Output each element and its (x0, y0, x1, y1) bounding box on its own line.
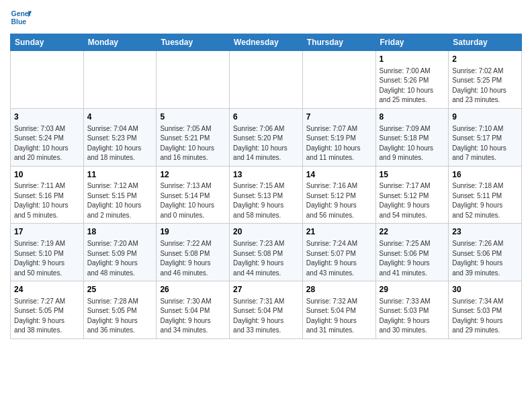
day-number: 18 (87, 226, 153, 238)
day-number: 22 (380, 226, 445, 238)
day-number: 30 (452, 284, 518, 295)
day-info: Sunrise: 7:18 AM Sunset: 5:11 PM Dayligh… (452, 181, 518, 220)
day-number: 21 (306, 226, 372, 238)
day-number: 17 (14, 226, 80, 238)
calendar-cell: 16Sunrise: 7:18 AM Sunset: 5:11 PM Dayli… (449, 166, 522, 224)
calendar-cell: 4Sunrise: 7:04 AM Sunset: 5:23 PM Daylig… (83, 108, 157, 166)
day-number: 19 (160, 226, 226, 238)
day-number: 13 (233, 169, 299, 181)
day-of-week-header: Monday (83, 34, 157, 51)
day-info: Sunrise: 7:10 AM Sunset: 5:17 PM Dayligh… (452, 124, 518, 163)
calendar-cell: 1Sunrise: 7:00 AM Sunset: 5:26 PM Daylig… (375, 51, 449, 109)
day-info: Sunrise: 7:25 AM Sunset: 5:06 PM Dayligh… (380, 239, 445, 278)
day-info: Sunrise: 7:17 AM Sunset: 5:12 PM Dayligh… (380, 181, 445, 220)
day-info: Sunrise: 7:00 AM Sunset: 5:26 PM Dayligh… (380, 66, 445, 105)
logo: General Blue (10, 7, 32, 28)
calendar-week-row: 1Sunrise: 7:00 AM Sunset: 5:26 PM Daylig… (11, 51, 522, 109)
day-info: Sunrise: 7:28 AM Sunset: 5:05 PM Dayligh… (87, 297, 153, 336)
calendar-cell: 5Sunrise: 7:05 AM Sunset: 5:21 PM Daylig… (157, 108, 230, 166)
calendar-week-row: 24Sunrise: 7:27 AM Sunset: 5:05 PM Dayli… (11, 281, 522, 339)
calendar-cell (157, 51, 230, 109)
calendar-cell: 7Sunrise: 7:07 AM Sunset: 5:19 PM Daylig… (302, 108, 375, 166)
calendar-table: SundayMondayTuesdayWednesdayThursdayFrid… (10, 34, 522, 339)
day-info: Sunrise: 7:33 AM Sunset: 5:03 PM Dayligh… (380, 297, 445, 336)
day-info: Sunrise: 7:20 AM Sunset: 5:09 PM Dayligh… (87, 239, 153, 278)
calendar-cell: 18Sunrise: 7:20 AM Sunset: 5:09 PM Dayli… (83, 224, 157, 281)
calendar-cell: 6Sunrise: 7:06 AM Sunset: 5:20 PM Daylig… (230, 108, 303, 166)
calendar-cell: 23Sunrise: 7:26 AM Sunset: 5:06 PM Dayli… (449, 224, 522, 281)
calendar-cell: 27Sunrise: 7:31 AM Sunset: 5:04 PM Dayli… (230, 281, 303, 339)
day-info: Sunrise: 7:12 AM Sunset: 5:15 PM Dayligh… (87, 181, 153, 220)
calendar-cell (302, 51, 375, 109)
day-number: 26 (160, 284, 226, 295)
calendar-cell: 28Sunrise: 7:32 AM Sunset: 5:04 PM Dayli… (302, 281, 375, 339)
calendar-cell: 14Sunrise: 7:16 AM Sunset: 5:12 PM Dayli… (302, 166, 375, 224)
calendar-cell: 24Sunrise: 7:27 AM Sunset: 5:05 PM Dayli… (11, 281, 84, 339)
day-number: 4 (87, 111, 153, 123)
day-info: Sunrise: 7:03 AM Sunset: 5:24 PM Dayligh… (14, 124, 80, 163)
day-info: Sunrise: 7:11 AM Sunset: 5:16 PM Dayligh… (14, 181, 80, 220)
calendar-cell: 3Sunrise: 7:03 AM Sunset: 5:24 PM Daylig… (11, 108, 84, 166)
calendar-cell: 20Sunrise: 7:23 AM Sunset: 5:08 PM Dayli… (230, 224, 303, 281)
day-of-week-header: Thursday (302, 34, 375, 51)
calendar-cell: 25Sunrise: 7:28 AM Sunset: 5:05 PM Dayli… (83, 281, 157, 339)
page-header: General Blue (10, 7, 522, 28)
day-info: Sunrise: 7:13 AM Sunset: 5:14 PM Dayligh… (160, 181, 226, 220)
calendar-cell: 29Sunrise: 7:33 AM Sunset: 5:03 PM Dayli… (375, 281, 449, 339)
day-number: 7 (306, 111, 372, 123)
day-number: 27 (233, 284, 299, 295)
day-number: 25 (87, 284, 153, 295)
day-of-week-header: Sunday (11, 34, 84, 51)
calendar-cell: 2Sunrise: 7:02 AM Sunset: 5:25 PM Daylig… (449, 51, 522, 109)
day-number: 29 (380, 284, 445, 295)
day-number: 16 (452, 169, 518, 181)
day-number: 12 (160, 169, 226, 181)
calendar-cell: 10Sunrise: 7:11 AM Sunset: 5:16 PM Dayli… (11, 166, 84, 224)
day-number: 5 (160, 111, 226, 123)
day-info: Sunrise: 7:16 AM Sunset: 5:12 PM Dayligh… (306, 181, 372, 220)
day-number: 10 (14, 169, 80, 181)
day-of-week-header: Wednesday (230, 34, 303, 51)
day-info: Sunrise: 7:32 AM Sunset: 5:04 PM Dayligh… (306, 297, 372, 336)
day-info: Sunrise: 7:24 AM Sunset: 5:07 PM Dayligh… (306, 239, 372, 278)
day-number: 3 (14, 111, 80, 123)
day-info: Sunrise: 7:04 AM Sunset: 5:23 PM Dayligh… (87, 124, 153, 163)
day-info: Sunrise: 7:27 AM Sunset: 5:05 PM Dayligh… (14, 297, 80, 336)
calendar-cell: 13Sunrise: 7:15 AM Sunset: 5:13 PM Dayli… (230, 166, 303, 224)
day-info: Sunrise: 7:02 AM Sunset: 5:25 PM Dayligh… (452, 66, 518, 105)
svg-text:Blue: Blue (11, 18, 27, 26)
calendar-cell: 12Sunrise: 7:13 AM Sunset: 5:14 PM Dayli… (157, 166, 230, 224)
day-number: 11 (87, 169, 153, 181)
day-number: 28 (306, 284, 372, 295)
day-info: Sunrise: 7:19 AM Sunset: 5:10 PM Dayligh… (14, 239, 80, 278)
day-number: 23 (452, 226, 518, 238)
calendar-cell (11, 51, 84, 109)
calendar-cell: 11Sunrise: 7:12 AM Sunset: 5:15 PM Dayli… (83, 166, 157, 224)
day-number: 1 (380, 54, 445, 65)
calendar-cell: 15Sunrise: 7:17 AM Sunset: 5:12 PM Dayli… (375, 166, 449, 224)
day-of-week-header: Friday (375, 34, 449, 51)
day-info: Sunrise: 7:23 AM Sunset: 5:08 PM Dayligh… (233, 239, 299, 278)
day-info: Sunrise: 7:34 AM Sunset: 5:03 PM Dayligh… (452, 297, 518, 336)
calendar-week-row: 3Sunrise: 7:03 AM Sunset: 5:24 PM Daylig… (11, 108, 522, 166)
calendar-cell: 17Sunrise: 7:19 AM Sunset: 5:10 PM Dayli… (11, 224, 84, 281)
calendar-cell: 26Sunrise: 7:30 AM Sunset: 5:04 PM Dayli… (157, 281, 230, 339)
calendar-week-row: 10Sunrise: 7:11 AM Sunset: 5:16 PM Dayli… (11, 166, 522, 224)
day-info: Sunrise: 7:30 AM Sunset: 5:04 PM Dayligh… (160, 297, 226, 336)
day-info: Sunrise: 7:15 AM Sunset: 5:13 PM Dayligh… (233, 181, 299, 220)
day-number: 15 (380, 169, 445, 181)
logo-icon: General Blue (10, 7, 32, 28)
day-info: Sunrise: 7:31 AM Sunset: 5:04 PM Dayligh… (233, 297, 299, 336)
day-info: Sunrise: 7:05 AM Sunset: 5:21 PM Dayligh… (160, 124, 226, 163)
day-number: 14 (306, 169, 372, 181)
calendar-cell: 9Sunrise: 7:10 AM Sunset: 5:17 PM Daylig… (449, 108, 522, 166)
calendar-header-row: SundayMondayTuesdayWednesdayThursdayFrid… (11, 34, 522, 51)
day-info: Sunrise: 7:09 AM Sunset: 5:18 PM Dayligh… (380, 124, 445, 163)
calendar-cell (230, 51, 303, 109)
day-number: 6 (233, 111, 299, 123)
day-info: Sunrise: 7:06 AM Sunset: 5:20 PM Dayligh… (233, 124, 299, 163)
calendar-cell: 30Sunrise: 7:34 AM Sunset: 5:03 PM Dayli… (449, 281, 522, 339)
calendar-cell (83, 51, 157, 109)
day-of-week-header: Tuesday (157, 34, 230, 51)
calendar-cell: 22Sunrise: 7:25 AM Sunset: 5:06 PM Dayli… (375, 224, 449, 281)
